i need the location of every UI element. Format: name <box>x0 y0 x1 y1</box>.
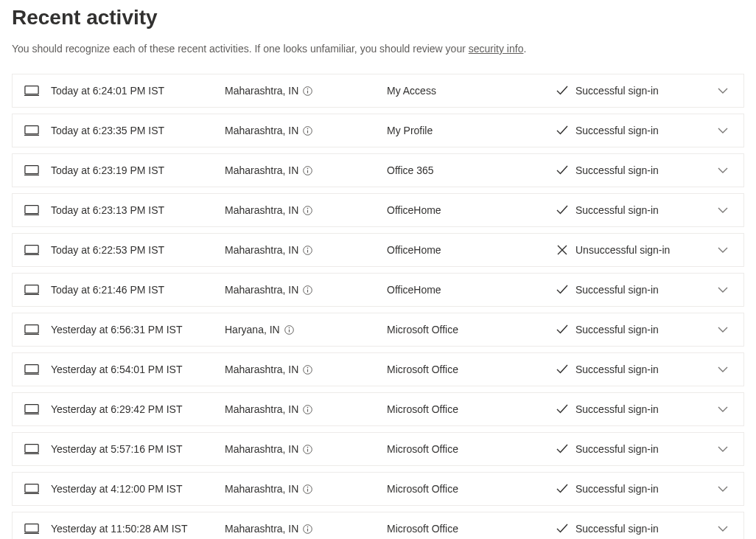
activity-location: Maharashtra, IN <box>225 164 387 176</box>
chevron-down-icon <box>718 484 728 494</box>
info-icon[interactable] <box>303 405 312 414</box>
status-text: Successful sign-in <box>575 443 659 455</box>
activity-time: Yesterday at 4:12:00 PM IST <box>51 483 225 495</box>
expand-toggle[interactable] <box>714 245 732 255</box>
expand-toggle[interactable] <box>714 524 732 534</box>
activity-location: Maharashtra, IN <box>225 523 387 535</box>
desktop-icon <box>24 244 39 256</box>
info-icon[interactable] <box>303 484 312 494</box>
location-text: Maharashtra, IN <box>225 164 298 176</box>
activity-time: Yesterday at 6:29:42 PM IST <box>51 403 225 415</box>
activity-row[interactable]: Today at 6:21:46 PM ISTMaharashtra, INOf… <box>12 273 744 307</box>
activity-app: Microsoft Office <box>387 324 556 335</box>
checkmark-icon <box>556 164 568 176</box>
info-icon[interactable] <box>303 365 312 375</box>
chevron-down-icon <box>718 86 728 96</box>
info-icon[interactable] <box>303 126 312 136</box>
expand-toggle[interactable] <box>714 324 732 335</box>
activity-row[interactable]: Today at 6:23:35 PM ISTMaharashtra, INMy… <box>12 114 744 147</box>
expand-toggle[interactable] <box>714 125 732 136</box>
info-icon[interactable] <box>303 206 312 215</box>
device-column <box>24 403 51 415</box>
desktop-icon <box>24 364 39 375</box>
location-text: Maharashtra, IN <box>225 483 298 495</box>
device-column <box>24 523 51 535</box>
activity-app: My Profile <box>387 125 556 136</box>
activity-status: Successful sign-in <box>556 403 714 415</box>
activity-app: Microsoft Office <box>387 523 556 535</box>
page-description: You should recognize each of these recen… <box>12 43 744 55</box>
activity-row[interactable]: Yesterday at 6:56:31 PM ISTHaryana, INMi… <box>12 313 744 347</box>
checkmark-icon <box>556 523 568 535</box>
activity-row[interactable]: Today at 6:23:19 PM ISTMaharashtra, INOf… <box>12 153 744 187</box>
expand-toggle[interactable] <box>714 484 732 494</box>
device-column <box>24 483 51 495</box>
expand-toggle[interactable] <box>714 444 732 454</box>
activity-app: Microsoft Office <box>387 364 556 375</box>
desktop-icon <box>24 204 39 216</box>
activity-location: Maharashtra, IN <box>225 443 387 455</box>
info-icon[interactable] <box>303 166 312 175</box>
activity-row[interactable]: Today at 6:24:01 PM ISTMaharashtra, INMy… <box>12 74 744 108</box>
checkmark-icon <box>556 483 568 495</box>
security-info-link[interactable]: security info <box>469 43 524 55</box>
info-icon[interactable] <box>303 246 312 255</box>
info-icon[interactable] <box>303 86 312 96</box>
desktop-icon <box>24 125 39 136</box>
activity-status: Successful sign-in <box>556 164 714 176</box>
status-text: Successful sign-in <box>575 204 659 216</box>
status-text: Successful sign-in <box>575 324 659 335</box>
activity-row[interactable]: Yesterday at 11:50:28 AM ISTMaharashtra,… <box>12 512 744 539</box>
chevron-down-icon <box>718 125 728 136</box>
activity-status: Successful sign-in <box>556 443 714 455</box>
activity-location: Maharashtra, IN <box>225 284 387 296</box>
chevron-down-icon <box>718 524 728 534</box>
activity-status: Successful sign-in <box>556 483 714 495</box>
activity-row[interactable]: Yesterday at 6:54:01 PM ISTMaharashtra, … <box>12 352 744 386</box>
activity-location: Maharashtra, IN <box>225 125 387 136</box>
status-text: Successful sign-in <box>575 164 659 176</box>
checkmark-icon <box>556 284 568 296</box>
device-column <box>24 284 51 296</box>
activity-row[interactable]: Today at 6:22:53 PM ISTMaharashtra, INOf… <box>12 233 744 267</box>
expand-toggle[interactable] <box>714 364 732 375</box>
activity-row[interactable]: Yesterday at 6:29:42 PM ISTMaharashtra, … <box>12 392 744 426</box>
chevron-down-icon <box>718 165 728 175</box>
expand-toggle[interactable] <box>714 86 732 96</box>
activity-app: My Access <box>387 85 556 97</box>
expand-toggle[interactable] <box>714 404 732 414</box>
checkmark-icon <box>556 443 568 455</box>
cross-icon <box>556 244 568 256</box>
chevron-down-icon <box>718 205 728 215</box>
location-text: Maharashtra, IN <box>225 125 298 136</box>
location-text: Maharashtra, IN <box>225 364 298 375</box>
activity-row[interactable]: Yesterday at 4:12:00 PM ISTMaharashtra, … <box>12 472 744 506</box>
info-icon[interactable] <box>303 445 312 454</box>
activity-row[interactable]: Today at 6:23:13 PM ISTMaharashtra, INOf… <box>12 193 744 227</box>
status-text: Successful sign-in <box>575 403 659 415</box>
checkmark-icon <box>556 324 568 335</box>
activity-time: Today at 6:22:53 PM IST <box>51 244 225 256</box>
activity-status: Successful sign-in <box>556 125 714 136</box>
checkmark-icon <box>556 125 568 136</box>
info-icon[interactable] <box>303 524 312 534</box>
desktop-icon <box>24 284 39 296</box>
activity-app: OfficeHome <box>387 244 556 256</box>
activity-location: Haryana, IN <box>225 324 387 335</box>
expand-toggle[interactable] <box>714 205 732 215</box>
info-icon[interactable] <box>303 285 312 295</box>
expand-toggle[interactable] <box>714 165 732 175</box>
desktop-icon <box>24 523 39 535</box>
status-text: Successful sign-in <box>575 284 659 296</box>
desktop-icon <box>24 324 39 335</box>
activity-status: Successful sign-in <box>556 204 714 216</box>
device-column <box>24 204 51 216</box>
expand-toggle[interactable] <box>714 285 732 295</box>
activity-row[interactable]: Yesterday at 5:57:16 PM ISTMaharashtra, … <box>12 432 744 466</box>
location-text: Maharashtra, IN <box>225 85 298 97</box>
desktop-icon <box>24 443 39 455</box>
device-column <box>24 85 51 97</box>
chevron-down-icon <box>718 404 728 414</box>
info-icon[interactable] <box>284 325 294 335</box>
activity-app: Microsoft Office <box>387 443 556 455</box>
